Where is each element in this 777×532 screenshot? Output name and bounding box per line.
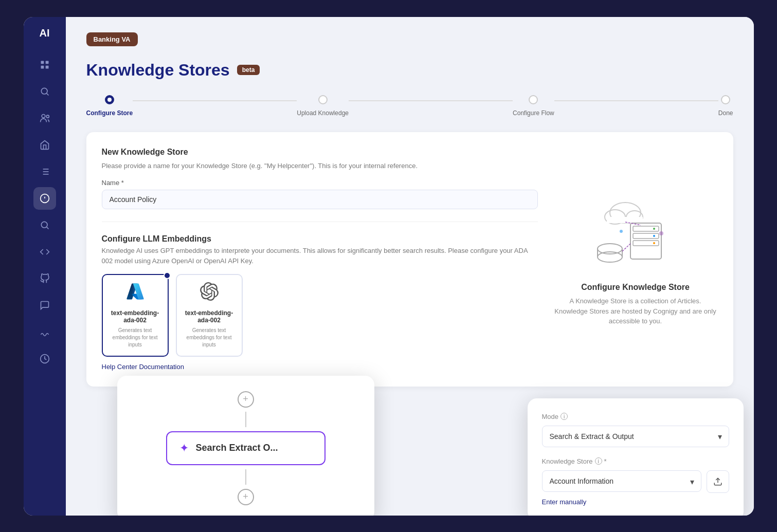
mode-label: Mode i: [542, 413, 729, 420]
embeddings-desc: Knowledge AI uses GPT embeddings to inte…: [102, 246, 538, 266]
sidebar-item-list[interactable]: [33, 160, 56, 183]
step-label-4: Done: [718, 109, 733, 117]
embedding-azure-name: text-embedding-ada-002: [110, 309, 160, 324]
illustration-area: Configure Knowledge Store A Knowledge St…: [553, 148, 718, 372]
flow-node[interactable]: ✦ Search Extract O...: [166, 431, 326, 465]
embedding-openai-desc: Generates text embeddings for text input…: [184, 327, 234, 348]
mode-select[interactable]: Search & Extract & Output: [542, 426, 729, 447]
step-circle-3: [529, 95, 538, 104]
step-configure-store[interactable]: Configure Store: [86, 95, 133, 117]
name-label: Name *: [102, 179, 538, 187]
step-label-3: Configure Flow: [513, 109, 554, 117]
sidebar: AI: [24, 17, 66, 516]
embedding-azure-desc: Generates text embeddings for text input…: [110, 327, 160, 348]
connector-top: [245, 412, 246, 427]
svg-point-6: [42, 114, 45, 118]
svg-line-18: [46, 227, 48, 229]
plus-btn-bottom[interactable]: +: [238, 489, 254, 505]
enter-manually-link[interactable]: Enter manually: [542, 498, 587, 506]
top-bar: Banking VA: [86, 32, 733, 46]
step-done[interactable]: Done: [718, 95, 733, 117]
page-title: Knowledge Stores: [86, 61, 230, 80]
new-store-title: New Knowledge Store: [102, 148, 538, 157]
knowledge-store-select[interactable]: Account Information: [542, 470, 701, 492]
name-input[interactable]: [102, 190, 538, 209]
main-card: New Knowledge Store Please provide a nam…: [86, 132, 733, 387]
step-circle-4: [721, 95, 730, 104]
embeddings-options: text-embedding-ada-002 Generates text em…: [102, 274, 538, 357]
card-layout: New Knowledge Store Please provide a nam…: [102, 148, 718, 372]
sparkles-icon: ✦: [179, 442, 189, 455]
step-label-1: Configure Store: [86, 109, 133, 117]
step-label-2: Upload Knowledge: [297, 109, 349, 117]
svg-point-7: [46, 115, 49, 118]
flow-content: + ✦ Search Extract O... +: [133, 391, 359, 505]
svg-rect-1: [45, 61, 48, 64]
svg-point-37: [659, 231, 663, 235]
embedding-card-openai[interactable]: text-embedding-ada-002 Generates text em…: [176, 274, 243, 357]
sidebar-item-wrench[interactable]: [33, 214, 56, 236]
svg-point-29: [653, 235, 655, 237]
step-upload-knowledge[interactable]: Upload Knowledge: [297, 95, 349, 117]
embeddings-title: Configure LLM Embeddings: [102, 234, 538, 244]
sidebar-item-clock[interactable]: [33, 347, 56, 370]
card-left: New Knowledge Store Please provide a nam…: [102, 148, 538, 372]
svg-rect-2: [41, 65, 44, 68]
knowledge-store-row: Account Information ▾: [542, 470, 729, 493]
svg-point-28: [653, 228, 655, 230]
sidebar-item-search[interactable]: [33, 80, 56, 103]
main-content-area: Banking VA Knowledge Stores beta Configu…: [66, 17, 754, 516]
knowledge-store-illustration: [584, 192, 687, 274]
connector-bottom: [245, 469, 246, 485]
illustration-title: Configure Knowledge Store: [581, 283, 690, 292]
main-window: AI: [24, 17, 754, 516]
mode-info-icon[interactable]: i: [561, 413, 568, 420]
knowledge-store-action-btn[interactable]: [707, 470, 729, 493]
check-dot-azure: [164, 272, 171, 279]
svg-point-4: [41, 88, 47, 94]
embedding-openai-name: text-embedding-ada-002: [184, 309, 234, 324]
step-line-2: [349, 100, 513, 101]
step-line-3: [554, 100, 718, 101]
page-title-row: Knowledge Stores beta: [86, 61, 733, 80]
plus-btn-top[interactable]: +: [238, 391, 254, 408]
step-configure-flow[interactable]: Configure Flow: [513, 95, 554, 117]
divider-1: [102, 222, 538, 222]
sidebar-item-export[interactable]: [33, 267, 56, 290]
sidebar-item-code[interactable]: [33, 241, 56, 263]
flow-node-label: Search Extract O...: [196, 443, 278, 453]
svg-rect-24: [630, 223, 661, 259]
beta-badge: beta: [237, 65, 260, 75]
sidebar-item-grid[interactable]: [33, 53, 56, 76]
knowledge-store-label: Knowledge Store i *: [542, 457, 729, 465]
mode-select-wrapper: Search & Extract & Output ▾: [542, 426, 729, 447]
app-badge: Banking VA: [86, 32, 138, 46]
svg-line-5: [46, 93, 48, 95]
new-store-desc: Please provide a name for your Knowledge…: [102, 161, 538, 171]
new-store-section: New Knowledge Store Please provide a nam…: [102, 148, 538, 210]
embeddings-section: Configure LLM Embeddings Knowledge AI us…: [102, 234, 538, 371]
flow-overlay: + ✦ Search Extract O... +: [117, 376, 374, 516]
openai-icon: [200, 282, 219, 304]
step-circle-2: [318, 95, 328, 104]
sidebar-item-chat[interactable]: [33, 294, 56, 317]
app-logo: AI: [40, 27, 50, 39]
knowledge-store-select-wrapper: Account Information ▾: [542, 470, 701, 493]
svg-rect-3: [45, 65, 48, 68]
sidebar-item-users[interactable]: [33, 107, 56, 130]
svg-rect-23: [607, 217, 643, 223]
card-right: Configure Knowledge Store A Knowledge St…: [553, 148, 718, 372]
knowledge-store-info-icon[interactable]: i: [595, 457, 602, 465]
sidebar-item-inbox[interactable]: [33, 134, 56, 156]
step-circle-1: [105, 95, 114, 104]
help-center-link[interactable]: Help Center Documentation: [102, 363, 184, 371]
sidebar-item-knowledge[interactable]: [33, 187, 56, 210]
right-panel-overlay: Mode i Search & Extract & Output ▾ Knowl…: [528, 398, 744, 516]
sidebar-item-wave[interactable]: [33, 321, 56, 343]
svg-point-17: [41, 222, 47, 228]
svg-rect-0: [41, 61, 44, 64]
azure-icon: [126, 282, 144, 304]
step-line-1: [133, 100, 297, 101]
svg-point-38: [620, 230, 623, 233]
embedding-card-azure[interactable]: text-embedding-ada-002 Generates text em…: [102, 274, 169, 357]
